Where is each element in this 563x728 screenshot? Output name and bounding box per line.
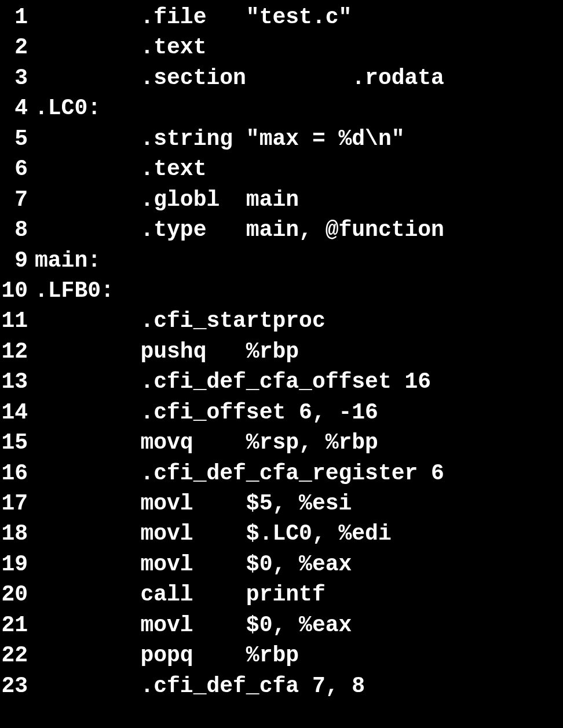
line-content: movq %rsp, %rbp (35, 428, 563, 458)
line-content: .type main, @function (35, 215, 563, 245)
line-content: pushq %rbp (35, 337, 563, 367)
code-line: 9main: (0, 246, 563, 276)
line-content: movl $.LC0, %edi (35, 519, 563, 549)
line-content: .string "max = %d\n" (35, 124, 563, 154)
line-number: 18 (0, 519, 35, 549)
line-number: 20 (0, 580, 35, 610)
code-line: 21 movl $0, %eax (0, 610, 563, 640)
line-number: 9 (0, 246, 35, 276)
code-line: 15 movq %rsp, %rbp (0, 428, 563, 458)
code-line: 11 .cfi_startproc (0, 306, 563, 336)
line-content: popq %rbp (35, 640, 563, 671)
line-content: .LC0: (35, 93, 563, 123)
line-content: movl $0, %eax (35, 610, 563, 640)
line-content: movl $5, %esi (35, 489, 563, 519)
line-number: 7 (0, 185, 35, 215)
code-line: 1 .file "test.c" (0, 2, 563, 32)
code-line: 23 .cfi_def_cfa 7, 8 (0, 671, 563, 701)
code-line: 16 .cfi_def_cfa_register 6 (0, 458, 563, 489)
code-line: 4.LC0: (0, 93, 563, 123)
line-content: .cfi_def_cfa_register 6 (35, 458, 563, 489)
code-line: 17 movl $5, %esi (0, 489, 563, 519)
code-line: 10.LFB0: (0, 276, 563, 306)
line-number: 6 (0, 154, 35, 184)
code-line: 12 pushq %rbp (0, 337, 563, 367)
code-listing: 1 .file "test.c"2 .text3 .section .rodat… (0, 2, 563, 701)
line-number: 4 (0, 93, 35, 123)
code-line: 8 .type main, @function (0, 215, 563, 245)
line-content: .text (35, 154, 563, 184)
line-content: .file "test.c" (35, 2, 563, 32)
line-content: movl $0, %eax (35, 549, 563, 580)
code-line: 7 .globl main (0, 185, 563, 215)
code-line: 22 popq %rbp (0, 640, 563, 671)
line-number: 1 (0, 2, 35, 32)
line-number: 22 (0, 640, 35, 671)
line-number: 16 (0, 458, 35, 489)
line-number: 19 (0, 549, 35, 580)
line-number: 11 (0, 306, 35, 336)
line-content: main: (35, 246, 563, 276)
line-number: 8 (0, 215, 35, 245)
line-content: .globl main (35, 185, 563, 215)
line-number: 21 (0, 610, 35, 640)
line-content: .section .rodata (35, 63, 563, 93)
line-number: 13 (0, 367, 35, 397)
code-line: 2 .text (0, 32, 563, 63)
line-number: 17 (0, 489, 35, 519)
code-line: 6 .text (0, 154, 563, 184)
line-number: 5 (0, 124, 35, 154)
code-line: 20 call printf (0, 580, 563, 610)
line-number: 3 (0, 63, 35, 93)
line-content: .text (35, 32, 563, 63)
line-content: .cfi_startproc (35, 306, 563, 336)
code-line: 13 .cfi_def_cfa_offset 16 (0, 367, 563, 397)
code-line: 3 .section .rodata (0, 63, 563, 93)
line-number: 14 (0, 398, 35, 428)
code-line: 5 .string "max = %d\n" (0, 124, 563, 154)
line-content: .cfi_def_cfa_offset 16 (35, 367, 563, 397)
code-line: 18 movl $.LC0, %edi (0, 519, 563, 549)
code-line: 19 movl $0, %eax (0, 549, 563, 580)
line-content: .cfi_def_cfa 7, 8 (35, 671, 563, 701)
line-content: .LFB0: (35, 276, 563, 306)
line-number: 2 (0, 32, 35, 63)
line-content: .cfi_offset 6, -16 (35, 398, 563, 428)
line-number: 15 (0, 428, 35, 458)
line-number: 10 (0, 276, 35, 306)
line-number: 12 (0, 337, 35, 367)
line-content: call printf (35, 580, 563, 610)
line-number: 23 (0, 671, 35, 701)
code-line: 14 .cfi_offset 6, -16 (0, 398, 563, 428)
